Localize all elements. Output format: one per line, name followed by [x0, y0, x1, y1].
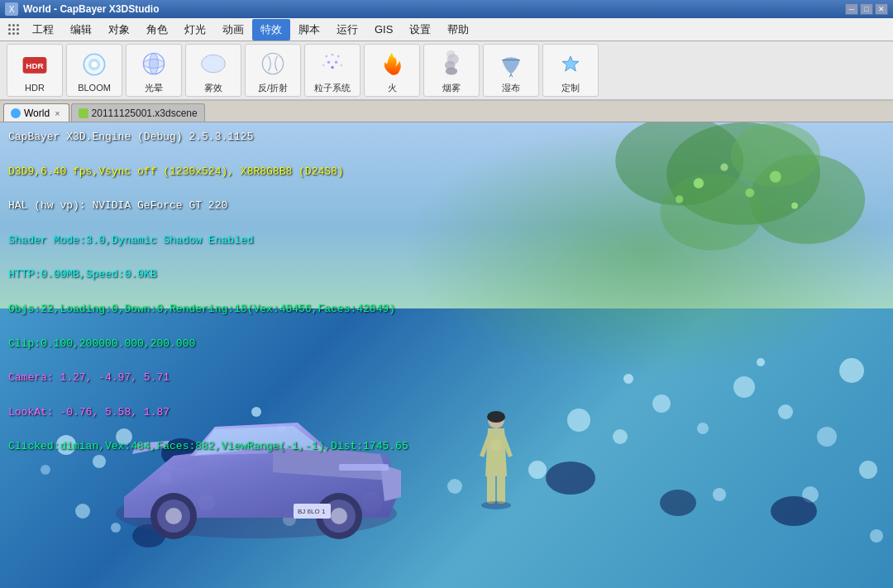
smoke-label: 烟雾: [442, 82, 461, 94]
svg-point-67: [859, 461, 877, 479]
lens-icon: [137, 47, 170, 80]
svg-point-45: [778, 404, 793, 419]
close-button[interactable]: ✕: [875, 3, 888, 15]
svg-rect-82: [497, 475, 505, 504]
fog-icon: [197, 47, 230, 80]
svg-point-9: [206, 58, 221, 69]
svg-point-75: [165, 508, 182, 524]
toolbar-btn-hdr[interactable]: HDRHDR: [7, 44, 63, 97]
debug-line-6: Objs:22,Loading:0,Down:0,Rendering:18(Ve…: [8, 301, 408, 318]
toolbar-btn-particle[interactable]: 粒子系统: [304, 44, 361, 97]
debug-line-1: CapBayer X3D.Engine (Debug) 2.5.3.1125: [8, 129, 408, 146]
toolbar-btn-smoke[interactable]: 烟雾: [423, 44, 480, 97]
maximize-button[interactable]: □: [860, 3, 873, 15]
svg-text:BJ 6LO 1: BJ 6LO 1: [298, 508, 326, 515]
fire-label: 火: [388, 82, 397, 94]
menu-item-script[interactable]: 脚本: [290, 19, 328, 41]
tab-icon-world: [11, 108, 21, 118]
menu-item-animation[interactable]: 动画: [214, 19, 252, 41]
svg-point-47: [839, 358, 864, 383]
toolbar-btn-wetcloth[interactable]: 湿布: [483, 44, 539, 97]
svg-point-43: [697, 423, 709, 434]
debug-line-3: HAL (hw vp): NVIDIA GeForce GT 220: [8, 198, 408, 215]
debug-line-10: Clicked:dimian,Vex:484,Faces:882,ViewRan…: [8, 438, 408, 456]
svg-point-40: [567, 409, 590, 432]
svg-point-58: [771, 496, 817, 526]
hdr-icon: HDR: [18, 48, 51, 81]
custom-label: 定制: [561, 82, 580, 94]
particle-icon: [316, 47, 349, 80]
bloom-icon: [78, 48, 111, 81]
svg-point-65: [75, 504, 90, 519]
menu-item-settings[interactable]: 设置: [401, 19, 439, 41]
tab-label-scene: 20111125001.x3dscene: [92, 108, 198, 119]
tab-scene[interactable]: 20111125001.x3dscene: [71, 103, 205, 122]
svg-point-50: [528, 461, 547, 479]
toolbar-btn-fire[interactable]: 火: [364, 44, 420, 97]
svg-point-41: [613, 429, 628, 444]
debug-line-2: D3D9,6.40 fps,Vsync off (1230x524), X8R8…: [8, 164, 408, 181]
menu-item-character[interactable]: 角色: [138, 19, 176, 41]
svg-point-63: [623, 374, 633, 384]
svg-point-18: [340, 64, 342, 66]
tab-icon-scene: [79, 108, 88, 118]
debug-line-8: Camera: 1.27, -4.97, 5.71: [8, 370, 408, 387]
toolbar-btn-refract[interactable]: 反/折射: [245, 44, 301, 97]
tab-world[interactable]: World×: [3, 103, 69, 122]
toolbar-btn-custom[interactable]: 定制: [542, 44, 599, 97]
menu-grip: [3, 21, 24, 38]
tab-close-world[interactable]: ×: [53, 108, 61, 118]
window-controls: ─ □ ✕: [845, 3, 888, 15]
menu-item-object[interactable]: 对象: [100, 19, 138, 41]
tab-label-world: World: [24, 108, 50, 119]
refract-icon: [256, 47, 289, 80]
menu-item-project[interactable]: 工程: [24, 19, 62, 41]
tab-bar: World×20111125001.x3dscene: [0, 101, 893, 122]
titlebar: X World - CapBayer X3DStudio ─ □ ✕: [0, 0, 893, 18]
wetcloth-label: 湿布: [502, 82, 520, 94]
svg-point-57: [660, 490, 696, 516]
debug-line-7: Clip:0.100,200000.000,200.000: [8, 336, 408, 353]
svg-point-51: [447, 479, 462, 494]
svg-point-44: [733, 376, 755, 398]
fog-label: 雾效: [204, 82, 222, 94]
menu-item-light[interactable]: 灯光: [176, 19, 214, 41]
wetcloth-icon: [494, 47, 528, 80]
svg-point-42: [652, 394, 671, 413]
lens-label: 光晕: [145, 82, 163, 94]
menu-item-help[interactable]: 帮助: [439, 19, 477, 41]
minimize-button[interactable]: ─: [845, 3, 858, 15]
svg-point-36: [93, 455, 106, 468]
toolbar-btn-lens[interactable]: 光晕: [126, 44, 182, 97]
svg-point-37: [41, 465, 50, 475]
smoke-icon: [435, 47, 468, 80]
svg-point-14: [325, 55, 327, 57]
person-svg: [475, 410, 517, 509]
debug-line-5: HTTP:0.00MB,Speed:0.0KB: [8, 266, 408, 284]
svg-point-12: [327, 60, 331, 64]
svg-point-49: [713, 488, 726, 501]
svg-point-80: [487, 411, 505, 423]
menu-item-gis[interactable]: GIS: [366, 20, 401, 39]
viewport[interactable]: BJ 6LO 1 CapBayer X3D.Engine (Debug) 2.5…: [0, 122, 893, 588]
svg-point-4: [91, 61, 97, 67]
svg-point-17: [322, 64, 325, 66]
svg-point-22: [446, 50, 456, 57]
toolbar-btn-bloom[interactable]: BLOOM: [66, 44, 122, 97]
svg-point-16: [337, 55, 340, 57]
menu-item-edit[interactable]: 编辑: [62, 19, 100, 41]
svg-point-11: [331, 65, 334, 69]
fire-icon: [375, 47, 408, 80]
effects-toolbar: HDRHDRBLOOM光晕雾效反/折射粒子系统火烟雾湿布定制: [0, 41, 893, 101]
svg-point-83: [481, 501, 511, 509]
svg-point-56: [546, 461, 595, 495]
svg-point-64: [757, 358, 765, 366]
menu-item-effects[interactable]: 特效: [252, 19, 290, 41]
menubar: 工程编辑对象角色灯光动画特效脚本运行GIS设置帮助: [0, 18, 893, 41]
title-text: World - CapBayer X3DStudio: [23, 3, 840, 15]
menu-item-run[interactable]: 运行: [328, 19, 366, 41]
hdr-label: HDR: [25, 83, 45, 93]
toolbar-btn-fog[interactable]: 雾效: [185, 44, 241, 97]
svg-point-13: [335, 60, 338, 64]
svg-text:HDR: HDR: [26, 61, 43, 70]
